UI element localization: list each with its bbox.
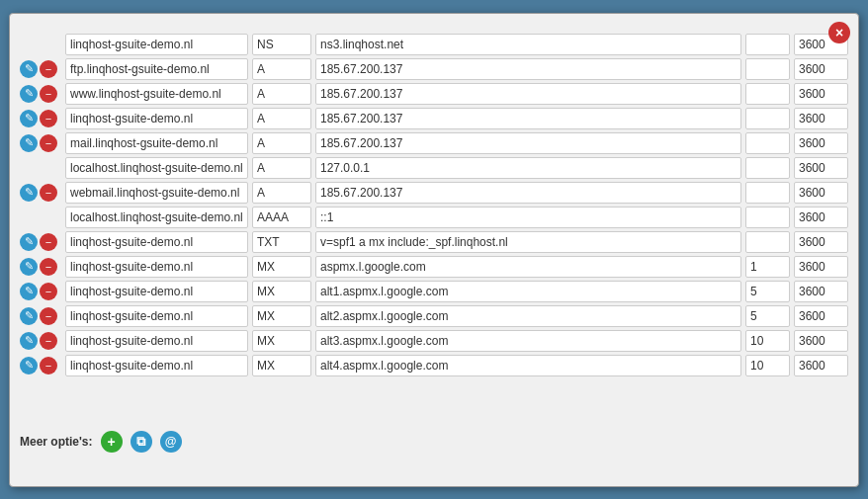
prio-input[interactable] (745, 355, 790, 376)
edit-icon[interactable]: ✎ (20, 60, 38, 78)
name-input[interactable] (65, 157, 248, 179)
type-input[interactable] (252, 281, 311, 302)
ttl-input[interactable] (794, 83, 848, 105)
prio-input[interactable] (745, 157, 790, 179)
table-row: ✎ − (20, 355, 848, 376)
ttl-input[interactable] (794, 330, 848, 352)
delete-icon[interactable]: − (40, 332, 57, 350)
value-input[interactable] (315, 58, 741, 80)
row-icons: ✎ − (20, 258, 61, 276)
edit-icon[interactable]: ✎ (20, 332, 38, 350)
type-input[interactable] (252, 256, 311, 278)
ttl-input[interactable] (794, 58, 848, 80)
ttl-input[interactable] (794, 108, 848, 129)
ttl-input[interactable] (794, 256, 848, 278)
prio-input[interactable] (745, 58, 790, 80)
type-input[interactable] (252, 157, 311, 179)
value-input[interactable] (315, 256, 741, 278)
value-input[interactable] (315, 281, 741, 302)
close-button[interactable]: × (828, 22, 850, 43)
delete-icon[interactable]: − (40, 357, 57, 374)
value-input[interactable] (315, 108, 741, 129)
prio-input[interactable] (745, 305, 790, 327)
prio-input[interactable] (745, 330, 790, 352)
ttl-input[interactable] (794, 207, 848, 228)
delete-icon[interactable]: − (40, 184, 57, 202)
delete-icon[interactable]: − (40, 233, 57, 251)
name-input[interactable] (65, 207, 248, 228)
prio-input[interactable] (745, 207, 790, 228)
ttl-input[interactable] (794, 281, 848, 302)
prio-input[interactable] (745, 256, 790, 278)
name-input[interactable] (65, 256, 248, 278)
prio-input[interactable] (745, 34, 790, 55)
type-input[interactable] (252, 305, 311, 327)
edit-icon[interactable]: ✎ (20, 85, 38, 103)
prio-input[interactable] (745, 108, 790, 129)
delete-icon[interactable]: − (40, 307, 57, 325)
type-input[interactable] (252, 34, 311, 55)
edit-icon[interactable]: ✎ (20, 134, 38, 152)
prio-input[interactable] (745, 281, 790, 302)
ttl-input[interactable] (794, 182, 848, 204)
prio-input[interactable] (745, 132, 790, 154)
dns-name-field (65, 281, 248, 302)
edit-icon[interactable]: ✎ (20, 184, 38, 202)
copy-button[interactable]: ⧉ (130, 431, 152, 453)
value-input[interactable] (315, 305, 741, 327)
dns-name-field (65, 182, 248, 204)
prio-input[interactable] (745, 83, 790, 105)
type-input[interactable] (252, 330, 311, 352)
edit-icon[interactable]: ✎ (20, 307, 38, 325)
name-input[interactable] (65, 132, 248, 154)
delete-icon[interactable]: − (40, 283, 57, 300)
ttl-input[interactable] (794, 157, 848, 179)
edit-icon[interactable]: ✎ (20, 258, 38, 276)
edit-icon[interactable]: ✎ (20, 357, 38, 374)
name-input[interactable] (65, 58, 248, 80)
name-input[interactable] (65, 108, 248, 129)
edit-icon[interactable]: ✎ (20, 283, 38, 300)
prio-input[interactable] (745, 231, 790, 253)
delete-icon[interactable]: − (40, 60, 57, 78)
ttl-input[interactable] (794, 231, 848, 253)
type-input[interactable] (252, 108, 311, 129)
name-input[interactable] (65, 330, 248, 352)
delete-icon[interactable]: − (40, 85, 57, 103)
delete-icon[interactable]: − (40, 110, 57, 127)
name-input[interactable] (65, 34, 248, 55)
delete-icon[interactable]: − (40, 134, 57, 152)
name-input[interactable] (65, 355, 248, 376)
edit-icon[interactable]: ✎ (20, 110, 38, 127)
type-input[interactable] (252, 83, 311, 105)
value-input[interactable] (315, 157, 741, 179)
value-input[interactable] (315, 330, 741, 352)
mail-button[interactable]: @ (160, 431, 182, 453)
dns-type-field (252, 182, 311, 204)
type-input[interactable] (252, 182, 311, 204)
edit-icon[interactable]: ✎ (20, 233, 38, 251)
ttl-input[interactable] (794, 305, 848, 327)
name-input[interactable] (65, 231, 248, 253)
value-input[interactable] (315, 34, 741, 55)
type-input[interactable] (252, 231, 311, 253)
add-record-button[interactable]: + (101, 431, 123, 453)
name-input[interactable] (65, 305, 248, 327)
delete-icon[interactable]: − (40, 258, 57, 276)
type-input[interactable] (252, 58, 311, 80)
value-input[interactable] (315, 231, 741, 253)
value-input[interactable] (315, 355, 741, 376)
name-input[interactable] (65, 182, 248, 204)
type-input[interactable] (252, 132, 311, 154)
name-input[interactable] (65, 83, 248, 105)
value-input[interactable] (315, 132, 741, 154)
value-input[interactable] (315, 182, 741, 204)
type-input[interactable] (252, 207, 311, 228)
prio-input[interactable] (745, 182, 790, 204)
value-input[interactable] (315, 83, 741, 105)
type-input[interactable] (252, 355, 311, 376)
ttl-input[interactable] (794, 132, 848, 154)
ttl-input[interactable] (794, 355, 848, 376)
name-input[interactable] (65, 281, 248, 302)
value-input[interactable] (315, 207, 741, 228)
